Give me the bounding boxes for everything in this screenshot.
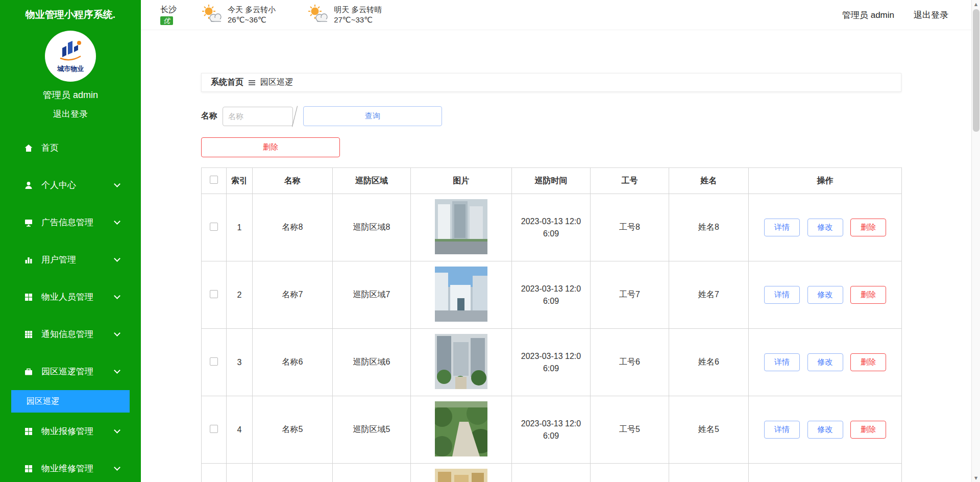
sidebar-item-label: 物业人员管理 — [41, 291, 115, 303]
cell-area: 巡防区域5 — [333, 396, 411, 464]
sidebar: 物业管理小程序系统. 城市物业 管理员 admin 退出登录 — [0, 0, 141, 482]
page-content: 系统首页 园区巡逻 名称 查询 删除 — [141, 30, 980, 482]
row-checkbox[interactable] — [210, 223, 218, 231]
sidebar-item-personal-center[interactable]: 个人中心 — [0, 166, 141, 204]
weather-day-desc: 今天 多云转小 — [228, 5, 276, 15]
table-row: 详情 修改 删除 — [202, 464, 902, 482]
column-header-worker-id: 工号 — [591, 168, 669, 194]
cell-name: 名称5 — [253, 396, 333, 464]
scrollbar-thumb[interactable] — [973, 9, 979, 132]
column-header-photo: 图片 — [411, 168, 512, 194]
sidebar-item-patrol-management[interactable]: 园区巡逻管理 — [0, 353, 141, 390]
cell-person: 姓名7 — [669, 261, 749, 329]
delete-button[interactable]: 删除 — [850, 286, 886, 304]
vertical-scrollbar[interactable]: ▲ ▼ — [971, 0, 980, 482]
edit-button[interactable]: 修改 — [807, 353, 843, 371]
search-row: 名称 查询 — [201, 106, 980, 126]
breadcrumb-home-link[interactable]: 系统首页 — [211, 77, 243, 88]
bar-chart-icon — [23, 255, 34, 265]
chevron-down-icon — [114, 427, 120, 433]
header-admin-label: 管理员 admin — [842, 9, 894, 21]
cell-worker-id: 工号7 — [591, 261, 669, 329]
delete-button[interactable]: 删除 — [850, 421, 886, 439]
cell-index: 3 — [227, 329, 253, 396]
header-logout-link[interactable]: 退出登录 — [914, 9, 948, 21]
grid-icon — [23, 292, 34, 302]
sidebar-item-label: 物业报修管理 — [41, 425, 115, 437]
main-area: 长沙 优 — [141, 0, 980, 482]
cell-index: 4 — [227, 396, 253, 464]
cell-person: 姓名6 — [669, 329, 749, 396]
patrol-photo — [435, 199, 487, 254]
chevron-down-icon — [114, 367, 120, 374]
cell-person: 姓名5 — [669, 396, 749, 464]
table-icon — [23, 329, 34, 340]
cell-time: 2023-03-13 12:06:09 — [512, 194, 591, 261]
sidebar-item-ad-info[interactable]: 广告信息管理 — [0, 204, 141, 241]
sidebar-item-label: 用户管理 — [41, 254, 115, 266]
row-checkbox[interactable] — [210, 357, 218, 366]
column-header-actions: 操作 — [749, 168, 902, 194]
scroll-up-arrow-icon[interactable]: ▲ — [972, 0, 980, 8]
name-search-input[interactable] — [223, 107, 293, 126]
user-icon — [23, 180, 34, 190]
breadcrumb: 系统首页 园区巡逻 — [201, 73, 901, 92]
edit-button[interactable]: 修改 — [807, 286, 843, 304]
sidebar-item-maintenance-management[interactable]: 物业维修管理 — [0, 450, 141, 482]
scroll-down-arrow-icon[interactable]: ▼ — [972, 474, 980, 482]
air-quality-badge: 优 — [160, 16, 173, 25]
weather-temp: 27℃~33℃ — [334, 15, 382, 25]
logo-wrap: 城市物业 — [0, 31, 141, 82]
sidebar-item-home[interactable]: 首页 — [0, 129, 141, 166]
cell-time: 2023-03-13 12:06:09 — [512, 396, 591, 464]
table-row: 2 名称7 巡防区域7 — [202, 261, 902, 329]
top-header: 长沙 优 — [141, 0, 980, 30]
cell-person — [669, 464, 749, 482]
sidebar-item-label: 园区巡逻管理 — [41, 366, 115, 377]
cell-worker-id: 工号6 — [591, 329, 669, 396]
sidebar-logout-link[interactable]: 退出登录 — [0, 108, 141, 120]
sidebar-item-user-management[interactable]: 用户管理 — [0, 241, 141, 278]
patrol-photo — [435, 469, 487, 482]
delete-button[interactable]: 删除 — [850, 353, 886, 371]
cell-area: 巡防区域7 — [333, 261, 411, 329]
patrol-photo — [435, 267, 487, 322]
delete-button[interactable]: 删除 — [850, 219, 886, 236]
row-checkbox[interactable] — [210, 290, 218, 298]
sidebar-item-label: 广告信息管理 — [41, 216, 115, 228]
column-header-person: 姓名 — [669, 168, 749, 194]
query-button[interactable]: 查询 — [303, 106, 442, 126]
patrol-table: 索引 名称 巡防区域 图片 巡防时间 工号 姓名 操作 1 名称8 — [201, 167, 902, 482]
sidebar-item-repair-report-management[interactable]: 物业报修管理 — [0, 413, 141, 450]
detail-button[interactable]: 详情 — [764, 421, 800, 439]
row-checkbox[interactable] — [210, 425, 218, 433]
select-all-checkbox[interactable] — [210, 176, 218, 184]
cell-person: 姓名8 — [669, 194, 749, 261]
edit-button[interactable]: 修改 — [807, 219, 843, 236]
app-root: 物业管理小程序系统. 城市物业 管理员 admin 退出登录 — [0, 0, 980, 482]
sidebar-item-label: 物业维修管理 — [41, 463, 115, 474]
sidebar-subitem-patrol-active[interactable]: 园区巡逻 — [11, 390, 130, 413]
chevron-down-icon — [114, 255, 120, 262]
patrol-photo — [435, 401, 487, 456]
weather-text: 今天 多云转小 26℃~36℃ — [228, 5, 276, 25]
cell-index — [227, 464, 253, 482]
table-row: 3 名称6 巡防区域6 — [202, 329, 902, 396]
grid-icon — [23, 426, 34, 437]
cell-area: 巡防区域8 — [333, 194, 411, 261]
detail-button[interactable]: 详情 — [764, 353, 800, 371]
city-weather-block: 长沙 优 — [160, 5, 177, 25]
column-header-time: 巡防时间 — [512, 168, 591, 194]
sidebar-item-notice-management[interactable]: 通知信息管理 — [0, 316, 141, 353]
cell-worker-id — [591, 464, 669, 482]
detail-button[interactable]: 详情 — [764, 286, 800, 304]
column-header-area: 巡防区域 — [333, 168, 411, 194]
search-label: 名称 — [201, 111, 217, 122]
weather-temp: 26℃~36℃ — [228, 15, 276, 25]
cell-area — [333, 464, 411, 482]
bulk-delete-button[interactable]: 删除 — [201, 137, 340, 157]
sidebar-item-staff-management[interactable]: 物业人员管理 — [0, 278, 141, 316]
detail-button[interactable]: 详情 — [764, 219, 800, 236]
app-title: 物业管理小程序系统. — [0, 0, 141, 21]
edit-button[interactable]: 修改 — [807, 421, 843, 439]
